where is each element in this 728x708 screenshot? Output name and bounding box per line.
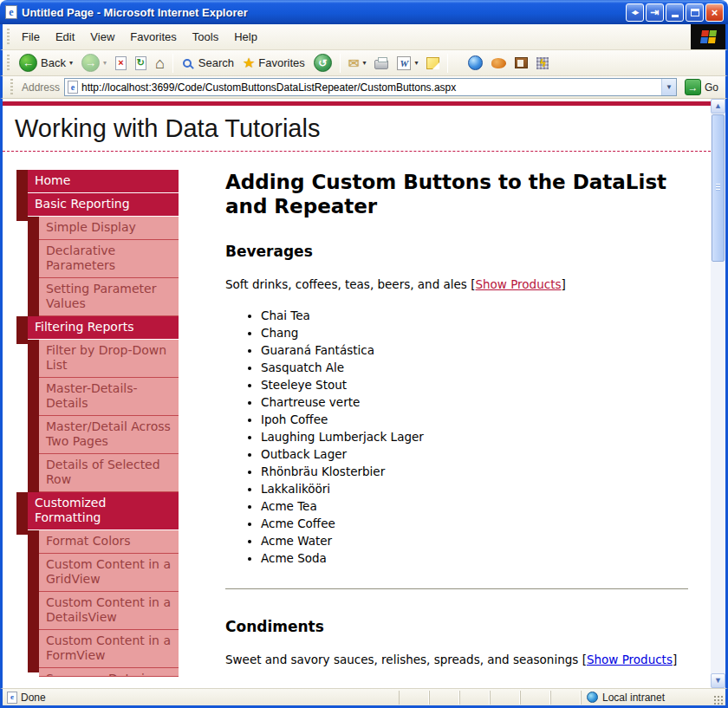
toolbar-drag-handle[interactable] xyxy=(7,29,10,46)
sidebar-item-setting-parameter-values[interactable]: Setting Parameter Values xyxy=(39,278,179,316)
toolbar-separator xyxy=(172,54,173,73)
browser-window: e Untitled Page - Microsoft Internet Exp… xyxy=(0,0,728,708)
word-icon: W xyxy=(397,56,411,70)
sidebar-item-label: Master-Details-Details xyxy=(46,381,138,410)
home-button[interactable]: ⌂ xyxy=(152,54,168,73)
edit-dropdown-icon[interactable]: ▾ xyxy=(414,59,418,67)
section-description-condiments: Sweet and savory sauces, relishes, sprea… xyxy=(225,653,688,666)
address-dropdown-button[interactable]: ▼ xyxy=(661,79,676,95)
status-pane xyxy=(490,691,520,705)
scrollbar-thumb[interactable] xyxy=(712,114,725,262)
menu-edit[interactable]: Edit xyxy=(48,28,82,46)
mail-dropdown-icon[interactable]: ▾ xyxy=(362,59,366,67)
sidebar-item-basic-reporting[interactable]: Basic Reporting xyxy=(28,193,179,216)
section-heading-beverages: Beverages xyxy=(225,243,688,260)
resize-grip[interactable] xyxy=(712,694,724,705)
sidebar-item-custom-content-in-a-formview[interactable]: Custom Content in a FormView xyxy=(39,630,179,668)
scroll-up-button[interactable]: ▲ xyxy=(711,99,725,114)
windows-flag-icon xyxy=(699,30,716,43)
product-item: Acme Tea xyxy=(261,499,688,514)
description-text: Sweet and savory sauces, relishes, sprea… xyxy=(225,653,582,666)
sidebar-item-custom-content-in-a-gridview[interactable]: Custom Content in a GridView xyxy=(39,554,179,592)
stop-button[interactable]: × xyxy=(112,55,130,72)
refresh-button[interactable]: ↻ xyxy=(132,55,150,72)
menu-file[interactable]: File xyxy=(14,28,48,46)
media-icon xyxy=(491,58,506,68)
ie-page-icon: e xyxy=(68,81,78,94)
article-title: Adding Custom Buttons to the DataList an… xyxy=(225,170,688,218)
window-resize-button[interactable]: ◂▸ xyxy=(626,3,644,22)
article-content: Adding Custom Buttons to the DataList an… xyxy=(225,170,688,677)
forward-button[interactable]: → ▾ xyxy=(78,52,110,74)
search-icon xyxy=(183,59,192,68)
sidebar-item-declarative-parameters[interactable]: Declarative Parameters xyxy=(39,240,179,278)
menu-bar: File Edit View Favorites Tools Help xyxy=(0,24,728,50)
toolbar-drag-handle[interactable] xyxy=(10,79,13,96)
section-heading-condiments: Condiments xyxy=(225,618,688,635)
address-bar: Address e ▼ → Go xyxy=(0,76,728,99)
search-button[interactable]: Search xyxy=(178,55,237,71)
product-item: Guaraná Fantástica xyxy=(261,343,688,358)
mail-button[interactable]: ✉ ▾ xyxy=(345,55,370,71)
media-button[interactable] xyxy=(488,56,510,70)
sidebar-item-customized-formatting[interactable]: Customized Formatting xyxy=(28,492,179,529)
sidebar-item-label: Custom Content in a GridView xyxy=(46,557,171,586)
research-button[interactable] xyxy=(511,55,531,70)
sidebar-item-details-of-selected-row[interactable]: Details of Selected Row xyxy=(39,454,179,492)
forward-dropdown-icon: ▾ xyxy=(103,59,107,67)
messenger-icon xyxy=(468,55,483,70)
title-bar[interactable]: e Untitled Page - Microsoft Internet Exp… xyxy=(0,0,728,24)
product-item: Acme Soda xyxy=(261,551,688,566)
maximize-button[interactable] xyxy=(686,3,704,22)
menu-help[interactable]: Help xyxy=(226,28,265,46)
status-pane xyxy=(550,691,581,705)
history-button[interactable]: ↺ xyxy=(310,52,335,74)
product-item: Steeleye Stout xyxy=(261,378,688,393)
sidebar-item-master-detail-across-two-pages[interactable]: Master/Detail Across Two Pages xyxy=(39,416,179,454)
sidebar-item-home[interactable]: Home xyxy=(28,170,179,192)
sidebar-item-filtering-reports[interactable]: Filtering Reports xyxy=(28,316,179,339)
status-pane xyxy=(399,691,429,705)
sidebar-item-filter-by-drop-down-list[interactable]: Filter by Drop-Down List xyxy=(39,340,179,378)
edit-with-word-button[interactable]: W ▾ xyxy=(393,55,421,72)
status-pane xyxy=(429,691,459,705)
window-popout-button[interactable]: ⇥ xyxy=(646,3,664,22)
description-text: Soft drinks, coffees, teas, beers, and a… xyxy=(225,277,471,291)
extension-button[interactable]: ϟ xyxy=(533,55,552,71)
toolbar-separator xyxy=(340,54,341,73)
close-button[interactable]: × xyxy=(705,3,724,22)
sidebar-item-custom-content-in-a-detailsview[interactable]: Custom Content in a DetailsView xyxy=(39,592,179,630)
security-zone-pane: Local intranet xyxy=(581,691,711,705)
address-input-box[interactable]: e ▼ xyxy=(64,78,677,96)
scroll-down-button[interactable]: ▼ xyxy=(711,673,725,688)
back-button[interactable]: ← Back ▾ xyxy=(16,52,76,74)
discuss-note-icon xyxy=(426,57,439,69)
local-intranet-icon xyxy=(587,692,598,703)
back-dropdown-icon[interactable]: ▾ xyxy=(69,59,73,67)
status-pane xyxy=(520,691,550,705)
print-button[interactable] xyxy=(371,55,392,71)
vertical-scrollbar[interactable]: ▲ ▼ xyxy=(711,99,725,688)
show-products-link-beverages[interactable]: Show Products xyxy=(475,277,561,291)
sidebar-item-label: Declarative Parameters xyxy=(46,244,115,272)
messenger-button[interactable] xyxy=(465,54,486,72)
menu-favorites[interactable]: Favorites xyxy=(122,28,184,46)
menu-view[interactable]: View xyxy=(82,28,122,46)
sidebar-item-summary-data-in-footer[interactable]: Summary Data in Footer xyxy=(39,668,179,677)
menu-tools[interactable]: Tools xyxy=(185,28,226,46)
toolbar-drag-handle[interactable] xyxy=(7,55,10,72)
status-bar: e Done Local intranet xyxy=(0,688,728,705)
sidebar-item-format-colors[interactable]: Format Colors xyxy=(39,530,179,554)
minimize-button[interactable] xyxy=(666,3,684,22)
extension-icon: ϟ xyxy=(536,57,549,69)
favorites-button[interactable]: ★ Favorites xyxy=(239,55,309,72)
sidebar-item-simple-display[interactable]: Simple Display xyxy=(39,217,179,240)
address-input[interactable] xyxy=(81,81,658,94)
go-button[interactable]: → Go xyxy=(681,79,722,95)
sidebar-item-master-details-details[interactable]: Master-Details-Details xyxy=(39,378,179,416)
sidebar-item-label: Master/Detail Across Two Pages xyxy=(46,419,171,448)
scrollbar-track[interactable] xyxy=(711,114,725,673)
show-products-link-condiments[interactable]: Show Products xyxy=(587,653,673,666)
product-item: Chartreuse verte xyxy=(261,395,688,410)
discuss-button[interactable] xyxy=(423,55,443,71)
